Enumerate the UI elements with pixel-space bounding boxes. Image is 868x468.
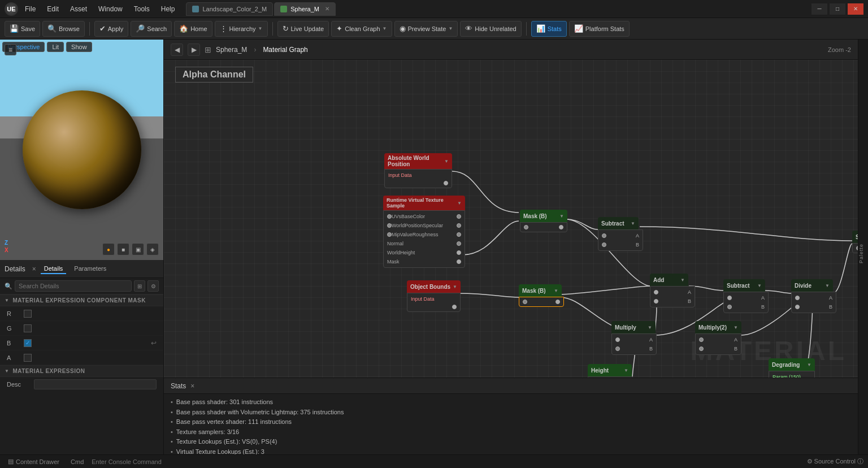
node-dropdown-icon[interactable]: ▼ bbox=[624, 368, 628, 373]
live-update-button[interactable]: ↻ Live Update bbox=[277, 21, 329, 37]
viewport-lit-btn[interactable]: Lit bbox=[47, 42, 64, 52]
prop-checkbox-r[interactable] bbox=[24, 310, 32, 318]
node-mask-b-2-footer bbox=[519, 298, 563, 305]
node-abs-world-pos-footer bbox=[385, 180, 452, 187]
minimize-button[interactable]: ─ bbox=[811, 3, 827, 15]
toolbar: 💾 Save 🔍 Browse ✔ Apply 🔎 Search 🏠 Home … bbox=[0, 18, 868, 40]
expression-title: MATERIAL EXPRESSION bbox=[12, 368, 85, 374]
hide-unrelated-button[interactable]: 👁 Hide Unrelated bbox=[460, 21, 521, 37]
tab-sphera[interactable]: Sphera_M ✕ bbox=[274, 2, 336, 16]
graph-canvas[interactable]: Alpha Channel MATERIAL bbox=[164, 60, 858, 378]
node-degrading[interactable]: Degrading ▼ Param (150) bbox=[769, 358, 815, 378]
node-mask-b-1[interactable]: Mask (B) ▼ bbox=[520, 210, 567, 232]
prop-checkbox-a[interactable] bbox=[24, 354, 32, 362]
menu-window[interactable]: Window bbox=[96, 4, 125, 14]
clean-graph-button[interactable]: ✦ Clean Graph ▼ bbox=[331, 21, 392, 37]
component-mask-section[interactable]: ▼ MATERIAL EXPRESSION COMPONENT MASK bbox=[0, 294, 163, 306]
viewport-btn-extra[interactable]: ◈ bbox=[146, 243, 159, 255]
node-dropdown-icon[interactable]: ▼ bbox=[648, 325, 652, 330]
browse-button[interactable]: 🔍 Browse bbox=[42, 21, 85, 37]
viewport[interactable]: ≡ Perspective Lit Show Z X ● ■ ▣ ◈ bbox=[0, 40, 163, 260]
tab-details[interactable]: Details bbox=[41, 264, 67, 274]
node-dropdown-icon[interactable]: ▼ bbox=[554, 288, 558, 293]
node-mask-b-2-input bbox=[523, 300, 527, 304]
hierarchy-button[interactable]: ⋮ Hierarchy ▼ bbox=[215, 21, 268, 37]
node-dropdown-icon[interactable]: ▼ bbox=[757, 283, 762, 288]
node-dropdown-icon[interactable]: ▼ bbox=[559, 214, 564, 219]
node-dropdown-icon[interactable]: ▼ bbox=[807, 362, 811, 367]
cmd-button[interactable]: Cmd bbox=[67, 457, 87, 466]
node-object-bounds[interactable]: Object Bounds ▼ Input Data bbox=[407, 280, 461, 312]
node-multiply-1[interactable]: Multiply ▼ A B bbox=[611, 321, 656, 355]
node-dropdown-icon[interactable]: ▼ bbox=[453, 284, 457, 289]
tab-sphera-close[interactable]: ✕ bbox=[325, 6, 329, 12]
viewport-show-btn[interactable]: Show bbox=[66, 42, 92, 52]
node-divide[interactable]: Divide ▼ A B bbox=[791, 279, 833, 313]
node-dropdown-icon[interactable]: ▼ bbox=[457, 201, 462, 206]
menu-file[interactable]: File bbox=[23, 4, 38, 14]
viewport-btn-plane[interactable]: ▣ bbox=[132, 243, 144, 255]
search-button[interactable]: 🔎 Search bbox=[131, 21, 172, 37]
node-runtime-texture[interactable]: Runtime Virtual Texture Sample ▼ UVs Bas… bbox=[383, 196, 465, 268]
node-multiply-2[interactable]: Multiply(2) ▼ A B bbox=[695, 321, 741, 355]
close-button[interactable]: ✕ bbox=[848, 3, 863, 15]
node-dropdown-icon[interactable]: ▼ bbox=[734, 325, 738, 330]
nav-forward[interactable]: ▶ bbox=[188, 44, 200, 56]
node-add[interactable]: Add ▼ A B bbox=[650, 274, 688, 307]
viewport-menu[interactable]: ≡ bbox=[5, 44, 16, 55]
node-dropdown-icon[interactable]: ▼ bbox=[444, 159, 449, 164]
apply-button[interactable]: ✔ Apply bbox=[94, 21, 129, 37]
breadcrumb-node[interactable]: Sphera_M bbox=[216, 46, 247, 54]
menu-asset[interactable]: Asset bbox=[68, 4, 89, 14]
panel-settings-icon[interactable]: ⚙ bbox=[147, 280, 159, 292]
nav-back[interactable]: ◀ bbox=[171, 44, 183, 56]
node-subtract-2[interactable]: Subtract ▼ A B bbox=[723, 279, 765, 313]
platform-stats-button[interactable]: 📈 Platform Stats bbox=[569, 21, 630, 37]
viewport-btn-sphere[interactable]: ● bbox=[102, 243, 115, 255]
details-title: Details bbox=[5, 265, 25, 273]
node-saturate-input bbox=[856, 246, 858, 250]
connections-svg bbox=[164, 60, 858, 378]
menu-help[interactable]: Help bbox=[159, 4, 177, 14]
tab-parameters[interactable]: Parameters bbox=[71, 264, 110, 274]
node-dropdown-icon[interactable]: ▼ bbox=[680, 278, 685, 283]
node-rt-roughness-pin bbox=[457, 232, 461, 237]
prop-checkbox-g[interactable] bbox=[24, 324, 32, 332]
save-icon: 💾 bbox=[10, 24, 19, 33]
stats-header: Stats × bbox=[164, 378, 858, 394]
prop-checkbox-b[interactable]: ✓ bbox=[24, 339, 32, 347]
expression-section[interactable]: ▼ MATERIAL EXPRESSION bbox=[0, 365, 163, 377]
preview-state-button[interactable]: ◉ Preview State ▼ bbox=[394, 21, 458, 37]
maximize-button[interactable]: □ bbox=[830, 3, 845, 15]
node-abs-world-pos-body: Input Data bbox=[384, 169, 452, 188]
desc-input[interactable] bbox=[34, 379, 157, 389]
node-dropdown-icon[interactable]: ▼ bbox=[631, 221, 635, 226]
menu-tools[interactable]: Tools bbox=[132, 4, 152, 14]
node-dropdown-icon[interactable]: ▼ bbox=[825, 283, 830, 288]
node-subtract-1[interactable]: Subtract ▼ A B bbox=[598, 217, 639, 251]
panel-toolbar-icons: ⊞ ⚙ bbox=[134, 280, 159, 292]
panel-grid-icon[interactable]: ⊞ bbox=[134, 280, 145, 292]
details-search-input[interactable] bbox=[15, 280, 132, 292]
stats-button[interactable]: 📊 Stats bbox=[531, 21, 567, 37]
source-control[interactable]: ⚙ Source Control ⓘ bbox=[807, 457, 863, 466]
save-button[interactable]: 💾 Save bbox=[5, 21, 40, 37]
node-saturate[interactable]: Saturate ▼ bbox=[852, 231, 858, 253]
prop-reset-b[interactable]: ↩ bbox=[151, 339, 157, 347]
prop-label-b: B bbox=[7, 340, 24, 346]
node-abs-world-pos[interactable]: Absolute World Position ▼ Input Data bbox=[384, 153, 452, 188]
content-drawer-button[interactable]: ▤ Content Drawer bbox=[5, 457, 63, 466]
node-subtract-2-header: Subtract ▼ bbox=[723, 279, 765, 292]
node-multiply-1-header: Multiply ▼ bbox=[611, 321, 656, 333]
stats-item-5: • Texture Lookups (Est.): VS(0), PS(4) bbox=[171, 437, 851, 447]
menu-edit[interactable]: Edit bbox=[45, 4, 61, 14]
home-button[interactable]: 🏠 Home bbox=[174, 21, 212, 37]
node-mask-b-2[interactable]: Mask (B) ▼ bbox=[519, 284, 562, 307]
viewport-btn-flat[interactable]: ■ bbox=[117, 243, 129, 255]
console-input[interactable] bbox=[92, 458, 802, 465]
node-height[interactable]: Height ▼ Param (1.2) bbox=[588, 364, 632, 378]
stats-close-button[interactable]: × bbox=[190, 382, 194, 390]
node-subtract-1-title: Subtract bbox=[601, 220, 624, 227]
tab-landscape[interactable]: Landscape_Color_2_M bbox=[186, 2, 273, 16]
details-close[interactable]: × bbox=[32, 265, 36, 273]
